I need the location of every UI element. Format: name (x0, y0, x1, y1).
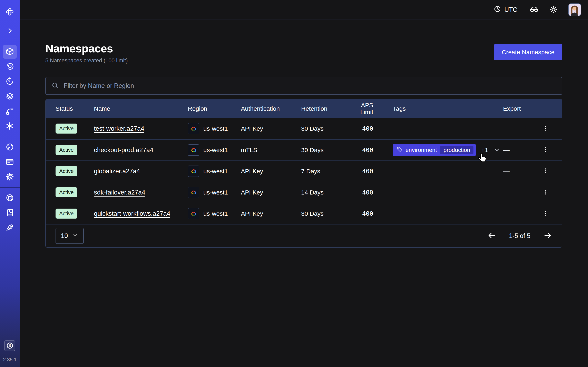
credits-badge-button[interactable]: $ (4, 341, 15, 351)
region-label: us-west1 (203, 210, 228, 217)
sun-icon (550, 6, 557, 14)
user-avatar (568, 3, 581, 16)
filter-bar (45, 77, 562, 95)
gcp-icon (188, 208, 199, 219)
gauge-icon (6, 143, 14, 152)
credits-dollar-icon: $ (6, 342, 14, 350)
table-body: Active test-worker.a27a4 us-west1 API Ke… (46, 118, 562, 224)
aps-limit-value: 400 (347, 167, 373, 175)
chevron-down-icon (72, 232, 78, 240)
sidebar-item-settings[interactable] (3, 170, 17, 184)
tag-icon (397, 146, 402, 154)
row-actions-menu-button[interactable] (541, 209, 550, 218)
aps-limit-value: 400 (347, 125, 373, 132)
sidebar-item-deployments[interactable] (3, 90, 17, 103)
tag-pill[interactable]: environment production (393, 144, 476, 156)
tag-more-count: +1 (481, 147, 488, 154)
sidebar-item-getting-started[interactable] (3, 221, 17, 235)
page-range-label: 1-5 of 5 (509, 232, 530, 240)
column-header-region: Region (188, 105, 241, 112)
sidebar-item-docs[interactable] (3, 206, 17, 220)
namespace-link[interactable]: sdk-failover.a27a4 (94, 189, 145, 196)
export-value: — (503, 125, 510, 132)
auth-method: API Key (241, 189, 301, 196)
sidebar-item-billing[interactable] (3, 155, 17, 169)
tag-expand-button[interactable] (493, 146, 501, 154)
auth-method: API Key (241, 168, 301, 175)
table-row: Active checkout-prod.a27a4 us-west1 mTLS… (46, 139, 562, 160)
region-label: us-west1 (203, 168, 228, 175)
namespaces-table: Status Name Region Authentication Retent… (45, 99, 562, 248)
retention-value: 30 Days (301, 147, 347, 154)
namespace-link[interactable]: globalizer.a27a4 (94, 167, 140, 175)
column-header-authentication: Authentication (241, 105, 301, 112)
status-badge: Active (56, 209, 77, 218)
tag-value: production (440, 146, 474, 154)
row-actions-menu-button[interactable] (541, 166, 550, 176)
retention-value: 30 Days (301, 210, 347, 217)
pagination: 1-5 of 5 (487, 231, 552, 240)
layers-stack-icon (6, 92, 14, 101)
sidebar-item-support[interactable] (3, 191, 17, 205)
app-version: 2.35.1 (3, 357, 17, 363)
column-header-retention: Retention (301, 105, 347, 112)
theme-toggle-button[interactable] (550, 6, 557, 14)
column-header-name: Name (94, 105, 188, 112)
lifebuoy-icon (6, 193, 14, 203)
gcp-icon (188, 144, 199, 156)
sidebar-item-namespaces[interactable] (3, 45, 17, 59)
auth-method: API Key (241, 210, 301, 217)
retention-value: 30 Days (301, 125, 347, 132)
export-value: — (503, 146, 510, 154)
page-size-select[interactable]: 10 (56, 228, 84, 244)
arrow-left-icon (487, 231, 496, 240)
column-header-status: Status (56, 105, 94, 112)
row-actions-menu-button[interactable] (541, 145, 550, 155)
status-badge: Active (56, 124, 77, 133)
topbar: UTC (20, 0, 588, 20)
page-size-value: 10 (61, 232, 68, 240)
namespace-link[interactable]: checkout-prod.a27a4 (94, 146, 153, 154)
column-header-export: Export (503, 105, 552, 112)
kebab-menu-icon (542, 146, 549, 154)
region-label: us-west1 (203, 189, 228, 196)
table-row: Active sdk-failover.a27a4 us-west1 API K… (46, 182, 562, 203)
next-page-button[interactable] (544, 231, 552, 240)
branch-icon (6, 107, 14, 116)
sidebar-item-nexus[interactable] (3, 119, 17, 133)
svg-text:$: $ (9, 343, 11, 348)
create-namespace-button[interactable]: Create Namespace (494, 44, 562, 60)
page-subtitle: 5 Namespaces created (100 limit) (45, 58, 128, 64)
timezone-button[interactable]: UTC (493, 5, 519, 15)
region-label: us-west1 (203, 147, 228, 154)
aps-limit-value: 400 (347, 210, 373, 217)
search-icon (52, 82, 59, 90)
sidebar-item-workflows[interactable] (3, 60, 17, 74)
main-content: Namespaces 5 Namespaces created (100 lim… (20, 20, 588, 367)
previous-page-button[interactable] (487, 231, 496, 240)
sidebar-item-usage[interactable] (3, 140, 17, 154)
labs-toggle-button[interactable] (530, 5, 539, 15)
table-footer: 10 1-5 of 5 (46, 224, 562, 247)
chevron-down-icon (493, 146, 501, 154)
row-actions-menu-button[interactable] (541, 187, 550, 197)
table-header-row: Status Name Region Authentication Retent… (46, 99, 562, 118)
export-value: — (503, 210, 510, 217)
namespace-link[interactable]: quickstart-workflows.a27a4 (94, 210, 170, 217)
sidebar-item-schedules[interactable] (3, 75, 17, 89)
temporal-logo-icon (3, 5, 17, 19)
row-actions-menu-button[interactable] (541, 124, 550, 133)
timezone-label: UTC (504, 6, 517, 13)
table-row: Active quickstart-workflows.a27a4 us-wes… (46, 203, 562, 224)
sidebar-expand-button[interactable] (3, 24, 17, 38)
profile-menu-button[interactable] (568, 3, 581, 16)
gcp-icon (188, 123, 199, 134)
gcp-icon (188, 187, 199, 198)
table-row: Active test-worker.a27a4 us-west1 API Ke… (46, 118, 562, 139)
status-badge: Active (56, 187, 77, 197)
clock-icon (494, 5, 501, 14)
sidebar-item-batch-operations[interactable] (3, 104, 17, 118)
export-value: — (503, 167, 510, 175)
filter-input[interactable] (63, 82, 556, 90)
namespace-link[interactable]: test-worker.a27a4 (94, 125, 144, 132)
